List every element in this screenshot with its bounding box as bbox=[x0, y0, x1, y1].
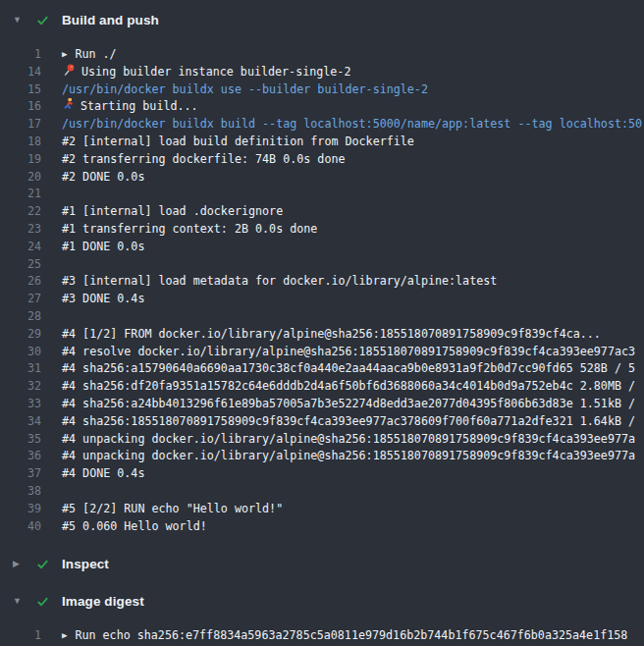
log-line: 17/usr/bin/docker buildx build --tag loc… bbox=[0, 116, 644, 134]
log-text-content: Starting build... bbox=[80, 98, 198, 116]
log-line: 26#3 [internal] load metadata for docker… bbox=[0, 273, 644, 291]
line-number[interactable]: 20 bbox=[0, 169, 41, 187]
log-line: 37#4 DONE 0.4s bbox=[0, 465, 644, 483]
log-line: 35#4 unpacking docker.io/library/alpine@… bbox=[0, 431, 644, 449]
section-header-build-and-push[interactable]: ▼Build and push bbox=[0, 9, 644, 30]
log-text: #1 transferring context: 2B 0.0s done bbox=[41, 221, 317, 239]
check-icon bbox=[35, 13, 51, 27]
log-line: 20#2 DONE 0.0s bbox=[0, 169, 644, 187]
line-number[interactable]: 35 bbox=[0, 431, 41, 449]
line-number[interactable]: 38 bbox=[0, 483, 41, 501]
log-text: /usr/bin/docker buildx build --tag local… bbox=[41, 116, 642, 134]
line-number[interactable]: 14 bbox=[0, 64, 41, 81]
section-header-inspect[interactable]: ▶Inspect bbox=[0, 553, 644, 574]
line-number[interactable]: 24 bbox=[0, 239, 41, 256]
run-expander-icon[interactable]: ▶ bbox=[62, 627, 67, 645]
log-text: /usr/bin/docker buildx use --builder bui… bbox=[41, 81, 428, 99]
line-number[interactable]: 40 bbox=[0, 518, 41, 536]
line-number[interactable]: 37 bbox=[0, 465, 41, 483]
log-text-content: #3 DONE 0.4s bbox=[62, 291, 144, 308]
line-number[interactable]: 30 bbox=[0, 344, 41, 361]
section-image-digest: ▼Image digest1▶Run echo sha256:e7ff8834a… bbox=[0, 590, 644, 646]
line-number[interactable]: 18 bbox=[0, 134, 41, 151]
section-header-image-digest[interactable]: ▼Image digest bbox=[0, 590, 644, 612]
line-number[interactable]: 16 bbox=[0, 98, 41, 116]
line-number[interactable]: 29 bbox=[0, 326, 41, 344]
log-line: 14Using builder instance builder-single-… bbox=[0, 64, 644, 81]
log-text: #2 DONE 0.0s bbox=[41, 169, 144, 187]
log-line: 40#5 0.060 Hello world! bbox=[0, 518, 644, 536]
log-line: 32#4 sha256:df20fa9351a15782c64e6dddb2d4… bbox=[0, 378, 644, 396]
log-line: 27#3 DONE 0.4s bbox=[0, 291, 644, 308]
log-text: #3 [internal] load metadata for docker.i… bbox=[41, 273, 497, 291]
log-text: Using builder instance builder-single-2 bbox=[41, 64, 350, 81]
log-text-content: #4 sha256:a24bb4013296f61e89ba57005a7b3e… bbox=[62, 396, 635, 413]
log-text: #4 unpacking docker.io/library/alpine@sh… bbox=[41, 431, 635, 449]
log-line: 39#5 [2/2] RUN echo "Hello world!" bbox=[0, 501, 644, 518]
line-number[interactable]: 25 bbox=[0, 256, 41, 274]
line-number[interactable]: 15 bbox=[0, 81, 41, 99]
log-line: 30#4 resolve docker.io/library/alpine@sh… bbox=[0, 344, 644, 361]
check-icon bbox=[35, 557, 51, 571]
line-number[interactable]: 33 bbox=[0, 396, 41, 413]
log-text-content: #2 DONE 0.0s bbox=[62, 169, 144, 187]
log-text-content: #2 transferring dockerfile: 74B 0.0s don… bbox=[62, 151, 346, 169]
log-line: 23#1 transferring context: 2B 0.0s done bbox=[0, 221, 644, 239]
log-line: 24#1 DONE 0.0s bbox=[0, 239, 644, 256]
log-text-content: #4 [1/2] FROM docker.io/library/alpine@s… bbox=[62, 326, 601, 344]
section-title: Build and push bbox=[62, 13, 159, 27]
log-line: 1▶Run echo sha256:e7ff8834a5963a2785c5a0… bbox=[0, 627, 644, 645]
log-line: 15/usr/bin/docker buildx use --builder b… bbox=[0, 81, 644, 99]
log-text-content: #1 DONE 0.0s bbox=[62, 239, 144, 256]
chevron-down-icon[interactable]: ▼ bbox=[13, 9, 27, 30]
line-number[interactable]: 32 bbox=[0, 378, 41, 396]
section-gap bbox=[0, 545, 644, 553]
runner-icon bbox=[62, 98, 75, 116]
log-text-content: Run echo sha256:e7ff8834a5963a2785c5a081… bbox=[75, 627, 627, 645]
log-text: #4 resolve docker.io/library/alpine@sha2… bbox=[41, 344, 635, 361]
log-text: ▶Run echo sha256:e7ff8834a5963a2785c5a08… bbox=[41, 627, 627, 645]
actions-log-viewer: ▼Build and push1▶Run ./14Using builder i… bbox=[0, 0, 644, 646]
line-number[interactable]: 22 bbox=[0, 203, 41, 221]
log-line: 18#2 [internal] load build definition fr… bbox=[0, 134, 644, 151]
log-text-content: #5 0.060 Hello world! bbox=[62, 518, 207, 536]
run-expander-icon[interactable]: ▶ bbox=[62, 46, 67, 64]
log-text bbox=[41, 483, 62, 501]
chevron-right-icon[interactable]: ▶ bbox=[13, 553, 27, 574]
log-line: 36#4 unpacking docker.io/library/alpine@… bbox=[0, 448, 644, 465]
log-text-content: Using builder instance builder-single-2 bbox=[81, 64, 350, 81]
line-number[interactable]: 19 bbox=[0, 151, 41, 169]
log-text: #1 [internal] load .dockerignore bbox=[41, 203, 283, 221]
line-number[interactable]: 39 bbox=[0, 501, 41, 518]
log-line: 34#4 sha256:185518070891758909c9f839cf4c… bbox=[0, 413, 644, 431]
log-text-content: #4 unpacking docker.io/library/alpine@sh… bbox=[62, 431, 635, 449]
log-text-content: #4 resolve docker.io/library/alpine@sha2… bbox=[62, 344, 635, 361]
line-number[interactable]: 23 bbox=[0, 221, 41, 239]
log-line: 33#4 sha256:a24bb4013296f61e89ba57005a7b… bbox=[0, 396, 644, 413]
line-number[interactable]: 1 bbox=[0, 46, 41, 64]
pushpin-icon bbox=[62, 64, 76, 81]
log-line: 29#4 [1/2] FROM docker.io/library/alpine… bbox=[0, 326, 644, 344]
chevron-down-icon[interactable]: ▼ bbox=[13, 590, 27, 612]
log-line: 22#1 [internal] load .dockerignore bbox=[0, 203, 644, 221]
line-number[interactable]: 28 bbox=[0, 308, 41, 326]
log-line: 28 bbox=[0, 308, 644, 326]
section-inspect: ▶Inspect bbox=[0, 553, 644, 574]
line-number[interactable]: 27 bbox=[0, 291, 41, 308]
line-number[interactable]: 21 bbox=[0, 186, 41, 203]
log-text: #5 [2/2] RUN echo "Hello world!" bbox=[41, 501, 283, 518]
log-text-content: #2 [internal] load build definition from… bbox=[62, 134, 414, 151]
line-number[interactable]: 1 bbox=[0, 627, 41, 645]
line-number[interactable]: 34 bbox=[0, 413, 41, 431]
line-number[interactable]: 36 bbox=[0, 448, 41, 465]
line-number[interactable]: 26 bbox=[0, 273, 41, 291]
log-line: 38 bbox=[0, 483, 644, 501]
log-text-content: #3 [internal] load metadata for docker.i… bbox=[62, 273, 497, 291]
log-text-content: #4 sha256:df20fa9351a15782c64e6dddb2d4a6… bbox=[62, 378, 635, 396]
line-number[interactable]: 31 bbox=[0, 360, 41, 378]
log-text bbox=[41, 308, 62, 326]
line-number[interactable]: 17 bbox=[0, 116, 41, 134]
log-text-content: #1 transferring context: 2B 0.0s done bbox=[62, 221, 317, 239]
log-text-content: /usr/bin/docker buildx use --builder bui… bbox=[62, 81, 428, 99]
log-text-content: #4 sha256:a15790640a6690aa1730c38cf0a440… bbox=[62, 360, 635, 378]
